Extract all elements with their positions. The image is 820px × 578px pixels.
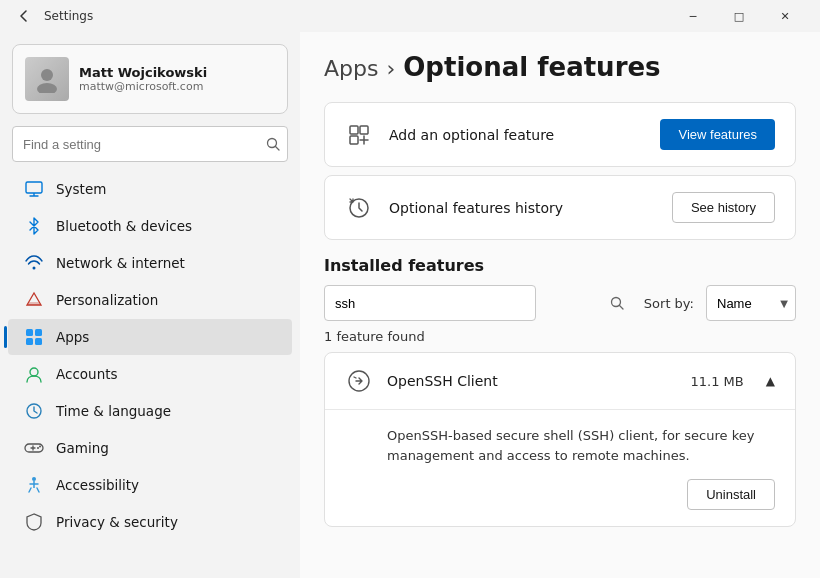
sidebar: Matt Wojcikowski mattw@microsoft.com [0,32,300,578]
svg-rect-11 [26,338,33,345]
sidebar-item-time[interactable]: Time & language [8,393,292,429]
sidebar-item-gaming[interactable]: Gaming [8,430,292,466]
feature-search-input[interactable] [324,285,536,321]
sidebar-item-accounts[interactable]: Accounts [8,356,292,392]
add-feature-row: Add an optional feature View features [325,103,795,166]
sidebar-nav: System Bluetooth & devices [0,170,300,541]
avatar [25,57,69,101]
svg-rect-12 [35,338,42,345]
sidebar-item-bluetooth[interactable]: Bluetooth & devices [8,208,292,244]
page-title: Optional features [403,52,660,82]
minimize-button[interactable]: ─ [670,0,716,32]
sidebar-item-label: Gaming [56,440,109,456]
feature-search-wrap [324,285,632,321]
svg-point-0 [41,69,53,81]
svg-line-30 [619,306,623,310]
svg-rect-8 [28,302,40,305]
svg-point-7 [33,267,36,270]
sidebar-item-accessibility[interactable]: Accessibility [8,467,292,503]
sidebar-item-network[interactable]: Network & internet [8,245,292,281]
apps-icon [24,327,44,347]
sidebar-item-label: Apps [56,329,89,345]
feature-description: OpenSSH-based secure shell (SSH) client,… [387,426,775,465]
history-icon [345,194,373,222]
feature-card-openssh: OpenSSH Client 11.1 MB ▲ OpenSSH-based s… [324,352,796,527]
sort-label: Sort by: [644,296,694,311]
breadcrumb-apps: Apps [324,56,378,81]
sidebar-item-label: System [56,181,106,197]
gaming-icon [24,438,44,458]
feature-actions: Uninstall [387,479,775,510]
maximize-button[interactable]: □ [716,0,762,32]
svg-point-18 [37,447,39,449]
add-feature-icon [345,121,373,149]
app-title: Settings [44,9,670,23]
accounts-icon [24,364,44,384]
feature-body: OpenSSH-based secure shell (SSH) client,… [325,409,795,526]
user-email: mattw@microsoft.com [79,80,207,93]
svg-point-29 [611,298,620,307]
accessibility-icon [24,475,44,495]
titlebar: Settings ─ □ ✕ [0,0,820,32]
sidebar-item-label: Accessibility [56,477,139,493]
svg-point-13 [30,368,38,376]
feature-expand-icon: ▲ [766,374,775,388]
sidebar-item-system[interactable]: System [8,171,292,207]
features-toolbar: Sort by: Name Size Date ▼ [324,285,796,321]
feature-name: OpenSSH Client [387,373,677,389]
breadcrumb-arrow: › [386,56,395,81]
personalization-icon [24,290,44,310]
system-icon [24,179,44,199]
svg-rect-25 [350,136,358,144]
user-profile[interactable]: Matt Wojcikowski mattw@microsoft.com [12,44,288,114]
privacy-icon [24,512,44,532]
svg-point-19 [39,446,41,448]
sidebar-item-apps[interactable]: Apps [8,319,292,355]
window-controls: ─ □ ✕ [670,0,808,32]
add-feature-label: Add an optional feature [389,127,644,143]
sort-select-wrap: Name Size Date ▼ [706,285,796,321]
svg-rect-10 [35,329,42,336]
page-header: Apps › Optional features [324,52,796,82]
app-body: Matt Wojcikowski mattw@microsoft.com [0,32,820,578]
active-indicator [4,326,7,348]
search-input[interactable] [12,126,288,162]
installed-features-title: Installed features [324,256,796,275]
history-label: Optional features history [389,200,656,216]
sort-select[interactable]: Name Size Date [706,285,796,321]
user-name: Matt Wojcikowski [79,65,207,80]
user-info: Matt Wojcikowski mattw@microsoft.com [79,65,207,93]
view-features-button[interactable]: View features [660,119,775,150]
bluetooth-icon [24,216,44,236]
feature-history-row: Optional features history See history [325,176,795,239]
svg-point-20 [32,477,36,481]
found-count: 1 feature found [324,329,796,344]
sidebar-item-label: Privacy & security [56,514,178,530]
close-button[interactable]: ✕ [762,0,808,32]
svg-rect-4 [26,182,42,193]
sidebar-item-label: Bluetooth & devices [56,218,192,234]
avatar-image [25,57,69,101]
sidebar-item-label: Network & internet [56,255,185,271]
network-icon [24,253,44,273]
svg-point-1 [37,83,57,93]
content-area: Apps › Optional features Add an optional… [300,32,820,578]
svg-rect-23 [350,126,358,134]
svg-rect-24 [360,126,368,134]
search-container [12,126,288,162]
sidebar-item-label: Time & language [56,403,171,419]
time-icon [24,401,44,421]
sidebar-item-privacy[interactable]: Privacy & security [8,504,292,540]
svg-rect-9 [26,329,33,336]
uninstall-button[interactable]: Uninstall [687,479,775,510]
sidebar-item-label: Personalization [56,292,158,308]
sidebar-item-personalization[interactable]: Personalization [8,282,292,318]
sidebar-item-label: Accounts [56,366,118,382]
feature-icon [345,367,373,395]
back-button[interactable] [12,4,36,28]
see-history-button[interactable]: See history [672,192,775,223]
feature-search-icon [610,296,624,310]
feature-size: 11.1 MB [691,374,744,389]
feature-header[interactable]: OpenSSH Client 11.1 MB ▲ [325,353,795,409]
add-feature-card: Add an optional feature View features [324,102,796,167]
